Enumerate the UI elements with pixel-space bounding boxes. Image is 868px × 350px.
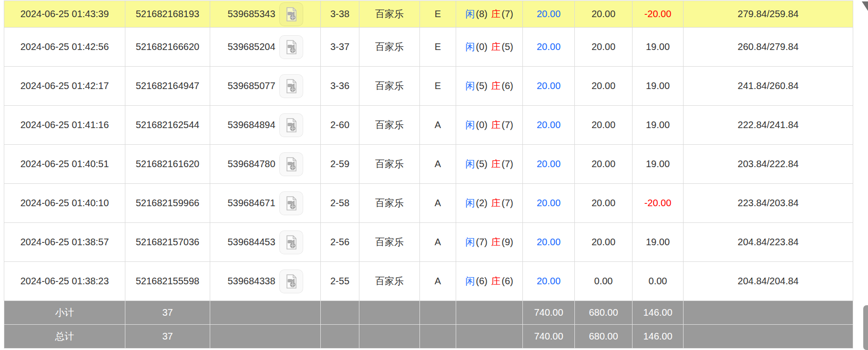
table-row[interactable]: 2024-06-25 01:43:39521682168193539685343…: [4, 1, 853, 28]
cell-game-no: 539684780: [210, 145, 321, 184]
summary-win-loss-total: 146.00: [633, 301, 684, 325]
video-replay-button[interactable]: [279, 2, 303, 26]
cell-win-loss: -20.00: [633, 184, 684, 223]
cell-table-round: 2-55: [321, 262, 359, 301]
cell-room-code: E: [420, 1, 456, 28]
banker-result-points: (9): [501, 237, 513, 247]
cell-result: 闲(0) 庄(7): [456, 106, 523, 145]
summary-count-cell: 37: [125, 301, 210, 325]
cell-win-loss: 19.00: [633, 67, 684, 106]
cell-room-code: A: [420, 262, 456, 301]
player-result-points: (8): [475, 9, 488, 19]
summary-empty-cell: [359, 325, 420, 349]
summary-empty-cell: [684, 325, 853, 349]
game-no-group: 539684671: [210, 191, 320, 215]
betting-records-screen: 2024-06-25 01:43:39521682168193539685343…: [0, 0, 868, 350]
records-table-body: 2024-06-25 01:43:39521682168193539685343…: [4, 1, 853, 349]
cell-order-no: 521682162544: [125, 106, 210, 145]
cell-room-code: E: [420, 28, 456, 67]
summary-valid-total: 680.00: [575, 301, 633, 325]
game-no-group: 539684894: [210, 113, 320, 137]
banker-result-label: 庄: [490, 237, 501, 247]
cell-result: 闲(6) 庄(6): [456, 262, 523, 301]
cell-bet-amount: 20.00: [523, 223, 575, 262]
banker-result-points: (7): [501, 159, 513, 169]
game-no-text: 539684780: [227, 159, 275, 170]
video-replay-button[interactable]: [279, 35, 303, 59]
video-replay-button[interactable]: [279, 270, 303, 293]
player-result-label: 闲: [465, 198, 475, 208]
scroll-corner-arrow-icon[interactable]: [862, 1, 868, 11]
player-result-points: (7): [475, 237, 488, 247]
cell-result: 闲(0) 庄(5): [456, 28, 523, 67]
summary-empty-cell: [420, 325, 456, 349]
video-replay-button[interactable]: [279, 152, 303, 176]
player-result-label: 闲: [465, 80, 475, 91]
video-replay-button[interactable]: [279, 74, 303, 98]
video-file-icon: [283, 117, 299, 133]
video-replay-button[interactable]: [279, 191, 303, 215]
cell-result: 闲(7) 庄(9): [456, 223, 523, 262]
cell-bet-amount: 20.00: [523, 67, 575, 106]
cell-bet-time: 2024-06-25 01:41:16: [4, 106, 125, 145]
game-no-text: 539684894: [227, 120, 275, 130]
table-row[interactable]: 2024-06-25 01:40:51521682161620539684780…: [4, 145, 853, 184]
cell-bet-time: 2024-06-25 01:40:10: [4, 184, 125, 223]
game-no-text: 539685077: [227, 80, 275, 91]
cell-win-loss: 0.00: [633, 262, 684, 301]
summary-row: 总计37740.00680.00146.00: [4, 325, 853, 349]
cell-room-code: A: [420, 223, 456, 262]
cell-valid-amount: 20.00: [575, 184, 633, 223]
game-no-text: 539685343: [227, 9, 275, 20]
video-file-icon: [283, 6, 299, 22]
cell-bet-amount: 20.00: [523, 184, 575, 223]
summary-empty-cell: [456, 301, 523, 325]
cell-table-round: 2-59: [321, 145, 359, 184]
cell-game-type: 百家乐: [359, 145, 420, 184]
summary-bet-total: 740.00: [523, 301, 575, 325]
summary-empty-cell: [321, 325, 359, 349]
cell-win-loss: -20.00: [633, 1, 684, 28]
cell-room-code: A: [420, 145, 456, 184]
cell-order-no: 521682159966: [125, 184, 210, 223]
banker-result-label: 庄: [490, 276, 501, 286]
banker-result-label: 庄: [490, 120, 501, 130]
player-result-label: 闲: [465, 9, 475, 19]
video-replay-button[interactable]: [279, 113, 303, 137]
player-result-points: (6): [475, 276, 488, 286]
banker-result-label: 庄: [490, 198, 501, 208]
cell-valid-amount: 20.00: [575, 67, 633, 106]
cell-result: 闲(5) 庄(6): [456, 67, 523, 106]
summary-row: 小计37740.00680.00146.00: [4, 301, 853, 325]
cell-bet-time: 2024-06-25 01:42:56: [4, 28, 125, 67]
cell-room-code: A: [420, 106, 456, 145]
table-row[interactable]: 2024-06-25 01:38:23521682155598539684338…: [4, 262, 853, 301]
summary-empty-cell: [684, 301, 853, 325]
table-row[interactable]: 2024-06-25 01:38:57521682157036539684453…: [4, 223, 853, 262]
video-replay-button[interactable]: [279, 230, 303, 254]
cell-result: 闲(8) 庄(7): [456, 1, 523, 28]
cell-game-type: 百家乐: [359, 184, 420, 223]
banker-result-points: (5): [501, 41, 513, 52]
cell-game-no: 539684338: [210, 262, 321, 301]
table-row[interactable]: 2024-06-25 01:42:17521682164947539685077…: [4, 67, 853, 106]
summary-empty-cell: [420, 301, 456, 325]
scrollbar-thumb[interactable]: [863, 305, 868, 350]
banker-result-points: (6): [501, 80, 513, 91]
summary-empty-cell: [456, 325, 523, 349]
summary-empty-cell: [359, 301, 420, 325]
cell-result: 闲(2) 庄(7): [456, 184, 523, 223]
cell-balance: 279.84/259.84: [684, 1, 853, 28]
table-row[interactable]: 2024-06-25 01:42:56521682166620539685204…: [4, 28, 853, 67]
summary-count-cell: 37: [125, 325, 210, 349]
game-no-text: 539684338: [227, 276, 275, 287]
cell-order-no: 521682166620: [125, 28, 210, 67]
cell-game-no: 539685077: [210, 67, 321, 106]
summary-empty-cell: [321, 301, 359, 325]
banker-result-label: 庄: [490, 159, 501, 169]
banker-result-points: (7): [501, 9, 513, 19]
table-row[interactable]: 2024-06-25 01:40:10521682159966539684671…: [4, 184, 853, 223]
banker-result-label: 庄: [490, 80, 501, 91]
player-result-points: (5): [475, 80, 488, 91]
table-row[interactable]: 2024-06-25 01:41:16521682162544539684894…: [4, 106, 853, 145]
